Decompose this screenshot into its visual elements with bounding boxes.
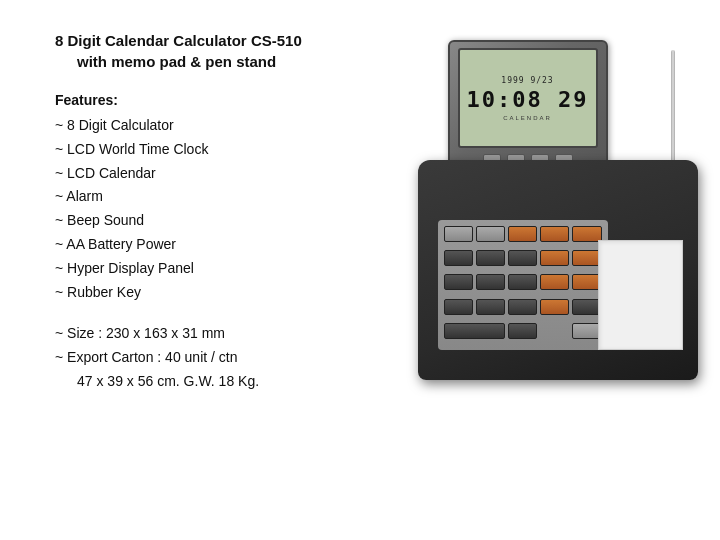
key-3[interactable] [508,299,537,315]
spec-export-detail: 47 x 39 x 56 cm. G.W. 18 Kg. [55,370,395,394]
feature-item-6: ~ AA Battery Power [55,233,395,257]
key-5[interactable] [476,274,505,290]
features-list: ~ 8 Digit Calculator ~ LCD World Time Cl… [55,114,395,304]
features-heading: Features: [55,92,395,108]
lcd-date: 1999 9/23 [501,76,553,85]
title-line2: with memo pad & pen stand [55,51,395,72]
text-section: 8 Digit Calendar Calculator CS-510 with … [55,30,415,394]
key-2[interactable] [476,299,505,315]
spec-export: ~ Export Carton : 40 unit / ctn [55,346,395,370]
key-add[interactable] [540,274,569,290]
feature-item-beep-sound: ~ Beep Sound [55,209,395,233]
keypad-area [438,220,608,350]
feature-item-1: ~ 8 Digit Calculator [55,114,395,138]
product-image-section: 1999 9/23 10:08 29 CALENDAR [415,30,700,380]
feature-item-8: ~ Rubber Key [55,281,395,305]
lcd-screen: 1999 9/23 10:08 29 CALENDAR [458,48,598,148]
key-eq[interactable] [540,299,569,315]
product-title: 8 Digit Calendar Calculator CS-510 with … [55,30,395,72]
lcd-calendar-label: CALENDAR [503,115,552,121]
feature-item-2: ~ LCD World Time Clock [55,138,395,162]
key-dot[interactable] [508,323,537,339]
key-9[interactable] [508,250,537,266]
key-sub[interactable] [540,250,569,266]
key-8[interactable] [476,250,505,266]
key-1[interactable] [444,299,473,315]
main-container: 8 Digit Calendar Calculator CS-510 with … [0,0,720,540]
feature-item-hyper-display: ~ Hyper Display Panel [55,257,395,281]
spec-size: ~ Size : 230 x 163 x 31 mm [55,322,395,346]
device-base [418,160,698,380]
title-line1: 8 Digit Calendar Calculator CS-510 [55,30,395,51]
feature-item-4: ~ Alarm [55,185,395,209]
key-mul[interactable] [540,226,569,242]
key-7[interactable] [444,250,473,266]
key-4[interactable] [444,274,473,290]
feature-item-3: ~ LCD Calendar [55,162,395,186]
product-device: 1999 9/23 10:08 29 CALENDAR [418,40,698,380]
key-6[interactable] [508,274,537,290]
key-div[interactable] [508,226,537,242]
key-clr[interactable] [444,226,473,242]
key-0-wide[interactable] [444,323,505,339]
lcd-time: 10:08 29 [467,87,589,112]
memo-pad [598,240,683,350]
key-ac[interactable] [476,226,505,242]
specs-section: ~ Size : 230 x 163 x 31 mm ~ Export Cart… [55,322,395,393]
